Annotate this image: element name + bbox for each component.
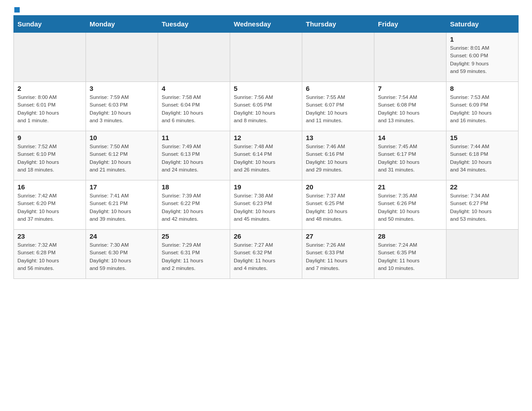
calendar-day-cell: 14Sunrise: 7:45 AM Sunset: 6:17 PM Dayli… [374, 131, 446, 180]
weekday-header-friday: Friday [374, 16, 446, 33]
calendar-day-cell [230, 33, 302, 82]
day-number: 21 [378, 183, 442, 191]
day-number: 18 [162, 183, 226, 191]
calendar-week-row: 2Sunrise: 8:00 AM Sunset: 6:01 PM Daylig… [14, 82, 519, 131]
calendar-day-cell: 26Sunrise: 7:27 AM Sunset: 6:32 PM Dayli… [230, 230, 302, 279]
weekday-header-thursday: Thursday [302, 16, 374, 33]
calendar-day-cell: 16Sunrise: 7:42 AM Sunset: 6:20 PM Dayli… [14, 180, 86, 230]
calendar-day-cell [158, 33, 230, 82]
calendar-table: SundayMondayTuesdayWednesdayThursdayFrid… [13, 15, 519, 279]
day-info: Sunrise: 7:35 AM Sunset: 6:26 PM Dayligh… [378, 192, 442, 223]
calendar-day-cell: 17Sunrise: 7:41 AM Sunset: 6:21 PM Dayli… [86, 180, 158, 230]
page-header [13, 9, 519, 11]
calendar-day-cell: 8Sunrise: 7:53 AM Sunset: 6:09 PM Daylig… [446, 82, 519, 131]
calendar-day-cell: 4Sunrise: 7:58 AM Sunset: 6:04 PM Daylig… [158, 82, 230, 131]
day-number: 17 [90, 183, 154, 191]
calendar-day-cell [302, 33, 374, 82]
day-info: Sunrise: 8:00 AM Sunset: 6:01 PM Dayligh… [17, 94, 82, 124]
calendar-day-cell: 2Sunrise: 8:00 AM Sunset: 6:01 PM Daylig… [14, 82, 86, 131]
weekday-header-wednesday: Wednesday [230, 16, 302, 33]
day-number: 24 [90, 232, 154, 240]
day-info: Sunrise: 7:44 AM Sunset: 6:18 PM Dayligh… [450, 143, 515, 174]
day-number: 2 [17, 85, 82, 92]
calendar-day-cell: 21Sunrise: 7:35 AM Sunset: 6:26 PM Dayli… [374, 180, 446, 230]
day-number: 6 [306, 85, 370, 92]
day-info: Sunrise: 7:37 AM Sunset: 6:25 PM Dayligh… [306, 192, 370, 223]
day-number: 8 [450, 85, 515, 92]
calendar-day-cell: 10Sunrise: 7:50 AM Sunset: 6:12 PM Dayli… [86, 131, 158, 180]
calendar-day-cell: 7Sunrise: 7:54 AM Sunset: 6:08 PM Daylig… [374, 82, 446, 131]
day-info: Sunrise: 7:41 AM Sunset: 6:21 PM Dayligh… [90, 192, 154, 223]
day-info: Sunrise: 7:34 AM Sunset: 6:27 PM Dayligh… [450, 192, 515, 223]
calendar-day-cell: 3Sunrise: 7:59 AM Sunset: 6:03 PM Daylig… [86, 82, 158, 131]
day-number: 12 [234, 134, 298, 141]
day-number: 15 [450, 134, 515, 141]
day-number: 20 [306, 183, 370, 191]
weekday-header-sunday: Sunday [14, 16, 86, 33]
day-info: Sunrise: 7:42 AM Sunset: 6:20 PM Dayligh… [17, 192, 82, 223]
day-number: 19 [234, 183, 298, 191]
day-info: Sunrise: 7:59 AM Sunset: 6:03 PM Dayligh… [90, 94, 154, 124]
calendar-week-row: 23Sunrise: 7:32 AM Sunset: 6:28 PM Dayli… [14, 230, 519, 279]
day-number: 28 [378, 232, 442, 240]
calendar-day-cell: 28Sunrise: 7:24 AM Sunset: 6:35 PM Dayli… [374, 230, 446, 279]
calendar-day-cell: 19Sunrise: 7:38 AM Sunset: 6:23 PM Dayli… [230, 180, 302, 230]
day-info: Sunrise: 7:58 AM Sunset: 6:04 PM Dayligh… [162, 94, 226, 124]
day-number: 14 [378, 134, 442, 141]
calendar-day-cell: 27Sunrise: 7:26 AM Sunset: 6:33 PM Dayli… [302, 230, 374, 279]
day-number: 25 [162, 232, 226, 240]
day-info: Sunrise: 7:32 AM Sunset: 6:28 PM Dayligh… [17, 241, 82, 272]
day-number: 11 [162, 134, 226, 141]
day-info: Sunrise: 7:52 AM Sunset: 6:10 PM Dayligh… [17, 143, 82, 174]
logo-triangle-icon [14, 7, 20, 13]
day-number: 10 [90, 134, 154, 141]
calendar-day-cell: 11Sunrise: 7:49 AM Sunset: 6:13 PM Dayli… [158, 131, 230, 180]
day-info: Sunrise: 7:26 AM Sunset: 6:33 PM Dayligh… [306, 241, 370, 272]
day-info: Sunrise: 7:46 AM Sunset: 6:16 PM Dayligh… [306, 143, 370, 174]
calendar-week-row: 1Sunrise: 8:01 AM Sunset: 6:00 PM Daylig… [14, 33, 519, 82]
day-info: Sunrise: 7:24 AM Sunset: 6:35 PM Dayligh… [378, 241, 442, 272]
day-number: 4 [162, 85, 226, 92]
day-info: Sunrise: 7:54 AM Sunset: 6:08 PM Dayligh… [378, 94, 442, 124]
calendar-day-cell: 15Sunrise: 7:44 AM Sunset: 6:18 PM Dayli… [446, 131, 519, 180]
day-number: 3 [90, 85, 154, 92]
day-info: Sunrise: 7:39 AM Sunset: 6:22 PM Dayligh… [162, 192, 226, 223]
day-info: Sunrise: 7:30 AM Sunset: 6:30 PM Dayligh… [90, 241, 154, 272]
day-number: 22 [450, 183, 515, 191]
logo [13, 9, 20, 11]
calendar-day-cell [446, 230, 519, 279]
day-number: 26 [234, 232, 298, 240]
calendar-day-cell [86, 33, 158, 82]
day-info: Sunrise: 7:50 AM Sunset: 6:12 PM Dayligh… [90, 143, 154, 174]
calendar-day-cell [374, 33, 446, 82]
calendar-day-cell: 9Sunrise: 7:52 AM Sunset: 6:10 PM Daylig… [14, 131, 86, 180]
calendar-week-row: 9Sunrise: 7:52 AM Sunset: 6:10 PM Daylig… [14, 131, 519, 180]
calendar-week-row: 16Sunrise: 7:42 AM Sunset: 6:20 PM Dayli… [14, 180, 519, 230]
weekday-header-tuesday: Tuesday [158, 16, 230, 33]
day-number: 23 [17, 232, 82, 240]
day-info: Sunrise: 7:55 AM Sunset: 6:07 PM Dayligh… [306, 94, 370, 124]
calendar-day-cell: 23Sunrise: 7:32 AM Sunset: 6:28 PM Dayli… [14, 230, 86, 279]
day-info: Sunrise: 7:29 AM Sunset: 6:31 PM Dayligh… [162, 241, 226, 272]
day-info: Sunrise: 7:56 AM Sunset: 6:05 PM Dayligh… [234, 94, 298, 124]
day-number: 5 [234, 85, 298, 92]
calendar-header-row: SundayMondayTuesdayWednesdayThursdayFrid… [14, 16, 519, 33]
day-info: Sunrise: 7:53 AM Sunset: 6:09 PM Dayligh… [450, 94, 515, 124]
day-number: 9 [17, 134, 82, 141]
day-info: Sunrise: 7:45 AM Sunset: 6:17 PM Dayligh… [378, 143, 442, 174]
day-number: 13 [306, 134, 370, 141]
day-number: 7 [378, 85, 442, 92]
day-info: Sunrise: 7:27 AM Sunset: 6:32 PM Dayligh… [234, 241, 298, 272]
day-number: 27 [306, 232, 370, 240]
calendar-day-cell: 25Sunrise: 7:29 AM Sunset: 6:31 PM Dayli… [158, 230, 230, 279]
day-info: Sunrise: 7:38 AM Sunset: 6:23 PM Dayligh… [234, 192, 298, 223]
calendar-day-cell: 22Sunrise: 7:34 AM Sunset: 6:27 PM Dayli… [446, 180, 519, 230]
calendar-day-cell [14, 33, 86, 82]
calendar-day-cell: 13Sunrise: 7:46 AM Sunset: 6:16 PM Dayli… [302, 131, 374, 180]
calendar-day-cell: 6Sunrise: 7:55 AM Sunset: 6:07 PM Daylig… [302, 82, 374, 131]
day-info: Sunrise: 7:48 AM Sunset: 6:14 PM Dayligh… [234, 143, 298, 174]
day-info: Sunrise: 8:01 AM Sunset: 6:00 PM Dayligh… [450, 44, 515, 75]
weekday-header-saturday: Saturday [446, 16, 519, 33]
day-number: 1 [450, 35, 515, 43]
calendar-day-cell: 24Sunrise: 7:30 AM Sunset: 6:30 PM Dayli… [86, 230, 158, 279]
